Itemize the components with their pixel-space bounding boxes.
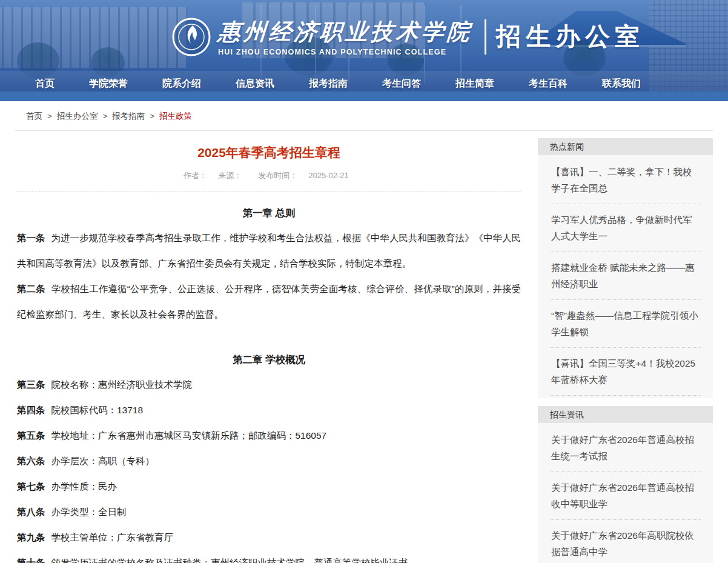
nav-item-8[interactable]: 考生百科: [529, 78, 568, 90]
nav-item-2[interactable]: 学院荣誉: [89, 78, 128, 90]
nav-item-1[interactable]: 首页: [35, 78, 55, 90]
article-clause: 第十条颁发学历证书的学校名称及证书种类：惠州经济职业技术学院，普通高等学校毕业证…: [17, 550, 521, 563]
nav-item-3[interactable]: 院系介绍: [162, 78, 201, 90]
article-meta: 作者：来源：发布时间：2025-02-21: [17, 170, 521, 181]
article-clause: 第三条院校名称：惠州经济职业技术学院: [17, 372, 521, 398]
main-nav: 首页学院荣誉院系介绍信息资讯报考指南考生问答招生简章考生百科联系我们: [35, 78, 641, 90]
sidebar-news-link[interactable]: “智”趣盎然——信息工程学院引领小学生解锁: [551, 300, 701, 348]
article-clause: 第二条学校招生工作遵循“公平竞争、公正选拔、公开程序，德智体美劳全面考核、综合评…: [17, 276, 521, 327]
sidebar-news-link[interactable]: 学习军人优秀品格，争做新时代军人式大学生一: [551, 204, 701, 252]
meta-divider: [17, 192, 521, 192]
article-clause: 第一条为进一步规范学校春季高考招生录取工作，维护学校和考生合法权益，根据《中华人…: [17, 225, 521, 276]
breadcrumb-item[interactable]: 报考指南: [112, 112, 145, 121]
clause-label: 第二条: [17, 284, 45, 294]
college-logo-icon: [172, 18, 211, 56]
nav-strip-bar: [0, 92, 728, 101]
clause-text: 办学性质：民办: [51, 481, 117, 491]
nav-item-7[interactable]: 招生简章: [455, 78, 494, 90]
breadcrumb-item[interactable]: 招生办公室: [57, 112, 98, 121]
article-clause: 第六条办学层次：高职（专科）: [17, 448, 521, 474]
sidebar-list: 关于做好广东省2026年普通高校招生统一考试报关于做好广东省2026年普通高校招…: [538, 423, 713, 563]
page-title: 2025年春季高考招生章程: [17, 144, 521, 161]
meta-publish: 发布时间：2025-02-21: [253, 171, 354, 180]
office-title: 招生办公室: [496, 20, 644, 53]
sidebar-news-link[interactable]: 【喜讯】全国三等奖+4！我校2025年蓝桥杯大赛: [551, 348, 701, 396]
breadcrumb-item: 招生政策: [159, 112, 192, 121]
sidebar: 热点新闻【喜讯】一、二等奖，拿下！我校学子在全国总学习军人优秀品格，争做新时代军…: [538, 138, 713, 563]
header-banner: 惠州经济职业技术学院 HUI ZHOU ECONOMICS AND POLYTE…: [0, 0, 728, 92]
meta-author-label: 作者：: [184, 171, 207, 180]
meta-publish-date: 2025-02-21: [308, 171, 349, 180]
clause-label: 第十条: [17, 558, 45, 563]
nav-item-4[interactable]: 信息资讯: [236, 78, 274, 90]
sidebar-news-link[interactable]: 关于做好广东省2026年高职院校依据普通高中学: [551, 520, 701, 563]
sidebar-news-link[interactable]: 【喜讯】一、二等奖，拿下！我校学子在全国总: [551, 156, 701, 204]
brand-divider: [485, 19, 486, 55]
school-name: 惠州经济职业技术学院: [217, 17, 473, 47]
clause-label: 第一条: [17, 233, 45, 243]
nav-item-9[interactable]: 联系我们: [602, 78, 641, 90]
breadcrumb-separator: >: [47, 112, 52, 121]
sidebar-news-link[interactable]: 关于做好广东省2026年普通高校招生统一考试报: [551, 424, 701, 472]
article-clause: 第八条办学类型：全日制: [17, 499, 521, 525]
breadcrumb: 首页>招生办公室>报考指南>招生政策: [15, 101, 713, 131]
chapter-heading: 第二章 学校概况: [17, 347, 521, 372]
sidebar-news-link[interactable]: 搭建就业金桥 赋能未来之路——惠州经济职业: [551, 252, 701, 300]
breadcrumb-separator: >: [150, 112, 154, 121]
school-name-english: HUI ZHOU ECONOMICS AND POLYTECHNIC COLLE…: [218, 48, 472, 56]
article-body: 第一章 总则第一条为进一步规范学校春季高考招生录取工作，维护学校和考生合法权益，…: [17, 200, 521, 563]
clause-label: 第五条: [17, 430, 45, 441]
clause-text: 院校名称：惠州经济职业技术学院: [51, 379, 193, 390]
nav-item-6[interactable]: 考生问答: [382, 78, 421, 90]
nav-item-5[interactable]: 报考指南: [309, 78, 348, 90]
clause-text: 为进一步规范学校春季高考招生录取工作，维护学校和考生合法权益，根据《中华人民共和…: [17, 233, 521, 268]
sidebar-news-link[interactable]: 关于做好广东省2026年普通高校招收中等职业学: [551, 472, 701, 520]
meta-source-label: 来源：: [218, 171, 242, 180]
sidebar-section: 热点新闻【喜讯】一、二等奖，拿下！我校学子在全国总学习军人优秀品格，争做新时代军…: [538, 138, 713, 398]
clause-text: 颁发学历证书的学校名称及证书种类：惠州经济职业技术学院，普通高等学校毕业证书: [51, 558, 408, 563]
clause-text: 学校地址：广东省惠州市惠城区马安镇新乐路；邮政编码：516057: [51, 430, 327, 441]
clause-label: 第八条: [17, 507, 45, 517]
meta-publish-label: 发布时间：: [258, 171, 297, 180]
clause-text: 学校招生工作遵循“公平竞争、公正选拔、公开程序，德智体美劳全面考核、综合评价、择…: [17, 284, 521, 319]
article: 2025年春季高考招生章程 作者：来源：发布时间：2025-02-21 第一章 …: [17, 138, 521, 563]
clause-label: 第七条: [17, 481, 45, 491]
clause-text: 院校国标代码：13718: [51, 405, 144, 415]
breadcrumb-item[interactable]: 首页: [26, 112, 42, 121]
clause-label: 第九条: [17, 532, 45, 542]
sidebar-section-title: 热点新闻: [538, 138, 713, 155]
breadcrumb-separator: >: [102, 112, 107, 121]
article-clause: 第五条学校地址：广东省惠州市惠城区马安镇新乐路；邮政编码：516057: [17, 423, 521, 448]
chapter-heading: 第一章 总则: [17, 200, 521, 225]
content-area: 2025年春季高考招生章程 作者：来源：发布时间：2025-02-21 第一章 …: [0, 131, 728, 563]
clause-label: 第四条: [17, 405, 45, 415]
clause-text: 学校主管单位：广东省教育厅: [51, 532, 174, 542]
clause-label: 第六条: [17, 456, 45, 466]
clause-text: 办学类型：全日制: [51, 507, 127, 517]
article-clause: 第九条学校主管单位：广东省教育厅: [17, 525, 521, 550]
clause-label: 第三条: [17, 379, 45, 390]
school-names: 惠州经济职业技术学院 HUI ZHOU ECONOMICS AND POLYTE…: [218, 17, 472, 56]
sidebar-section: 招生资讯关于做好广东省2026年普通高校招生统一考试报关于做好广东省2026年普…: [538, 406, 713, 563]
article-clause: 第七条办学性质：民办: [17, 474, 521, 499]
sidebar-section-title: 招生资讯: [538, 406, 713, 423]
clause-text: 办学层次：高职（专科）: [51, 456, 155, 466]
breadcrumb-trail: 首页>招生办公室>报考指南>招生政策: [26, 112, 192, 121]
sidebar-list: 【喜讯】一、二等奖，拿下！我校学子在全国总学习军人优秀品格，争做新时代军人式大学…: [538, 155, 713, 398]
site-brand[interactable]: 惠州经济职业技术学院 HUI ZHOU ECONOMICS AND POLYTE…: [172, 17, 644, 56]
article-clause: 第四条院校国标代码：13718: [17, 398, 521, 423]
